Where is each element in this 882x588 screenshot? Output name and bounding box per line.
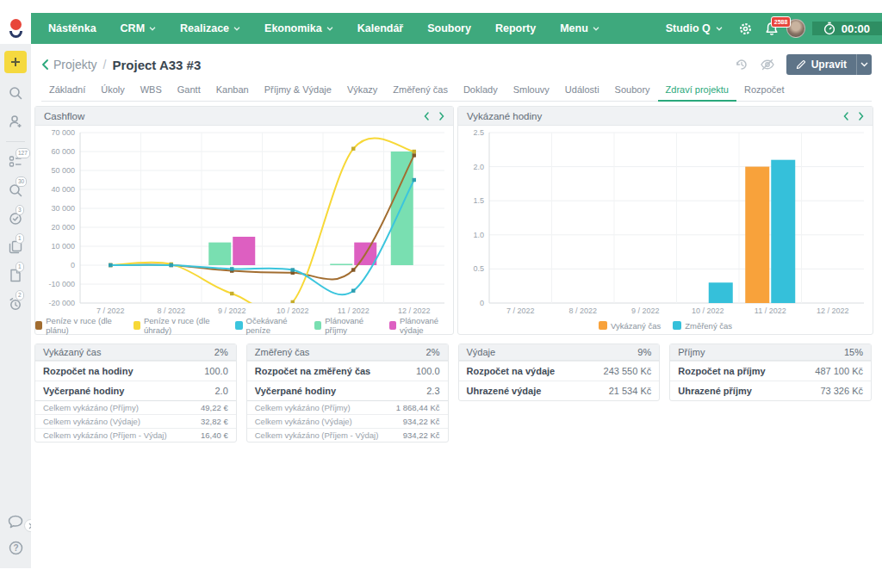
- summary-card-vykazany-cas: Vykázaný čas2%Rozpočet na hodiny100.0Vyč…: [34, 344, 237, 443]
- legend-label: Změřený čas: [685, 321, 732, 331]
- reminders-button[interactable]: 2: [7, 295, 24, 313]
- tab-rozpocet[interactable]: Rozpočet: [736, 80, 792, 102]
- legend-swatch: [314, 321, 321, 330]
- bar-planovane-prijmy-2: [208, 243, 231, 265]
- edit-button[interactable]: Upravit: [786, 54, 856, 75]
- tasks-button[interactable]: 127: [7, 153, 24, 170]
- history-button[interactable]: [731, 55, 752, 74]
- nav-item-menu[interactable]: Menu: [548, 13, 612, 44]
- cashflow-chart-svg: -20 000-10 000010 00020 00030 00040 0005…: [35, 126, 453, 317]
- search-button[interactable]: [7, 84, 24, 102]
- left-sidebar: 127 30 3 1 1 2 ?: [0, 44, 31, 568]
- summary-row-celkem-vykazano-vydaje: Celkem vykázáno (Výdaje)32,82 €: [35, 414, 236, 428]
- chevron-down-icon: [149, 27, 156, 31]
- summary-card-prijmy: Příjmy15%Rozpočet na příjmy487 100 KčUhr…: [669, 344, 872, 401]
- nav-item-ekonomika[interactable]: Ekonomika: [252, 13, 345, 44]
- summary-row-value: 32,82 €: [201, 417, 228, 426]
- legend-item-penize-v-ruce-dle-uhrady: Peníze v ruce (dle úhrady): [134, 316, 224, 335]
- legend-swatch: [389, 321, 396, 330]
- nav-item-crm[interactable]: CRM: [109, 13, 168, 44]
- breadcrumb-projects-link[interactable]: Projekty: [53, 58, 97, 71]
- svg-text:9 / 2022: 9 / 2022: [218, 306, 246, 315]
- svg-text:2.0: 2.0: [473, 163, 484, 171]
- logo-smile-shape: [9, 31, 22, 38]
- summary-card-percent: 9%: [637, 347, 651, 357]
- help-button[interactable]: ?: [7, 539, 24, 556]
- svg-text:30 000: 30 000: [51, 204, 75, 213]
- tab-gantt[interactable]: Gantt: [170, 80, 208, 102]
- svg-text:-10 000: -10 000: [48, 280, 75, 288]
- edit-more-button[interactable]: [856, 54, 872, 75]
- summary-row-celkem-vykazano-prijmy: Celkem vykázáno (Příjmy)49,22 €: [35, 400, 236, 414]
- svg-text:0: 0: [71, 261, 75, 269]
- bar-planovane-vydaje-2: [233, 237, 255, 265]
- nav-item-label: CRM: [121, 22, 145, 34]
- tab-udalosti[interactable]: Události: [557, 80, 607, 102]
- nav-item-kalendar[interactable]: Kalendář: [345, 13, 416, 44]
- legend-swatch: [599, 321, 607, 330]
- summary-row-label: Celkem vykázáno (Příjmy): [255, 403, 351, 412]
- tab-prijmy-vydaje[interactable]: Příjmy & Výdaje: [257, 80, 339, 102]
- svg-text:7 / 2022: 7 / 2022: [96, 306, 125, 315]
- workspace-switcher[interactable]: Studio Q: [655, 22, 733, 34]
- tab-zmereny-cas[interactable]: Změřený čas: [385, 80, 456, 102]
- tab-zdravi-projektu[interactable]: Zdraví projektu: [658, 80, 736, 102]
- tab-wbs[interactable]: WBS: [133, 80, 170, 102]
- nav-item-realizace[interactable]: Realizace: [168, 13, 252, 44]
- nav-item-reporty[interactable]: Reporty: [483, 13, 548, 44]
- watched-items-button[interactable]: 30: [7, 182, 24, 199]
- summary-row-value: 487 100 Kč: [815, 366, 863, 376]
- tab-ukoly[interactable]: Úkoly: [93, 80, 133, 102]
- summary-row-value: 243 550 Kč: [604, 366, 652, 376]
- summary-row-value: 2.3: [426, 386, 439, 396]
- summary-row-value: 934,22 Kč: [403, 417, 440, 426]
- hours-chart-svg: 00.51.01.52.02.57 / 20228 / 20229 / 2022…: [458, 126, 873, 317]
- notifications-button[interactable]: 2588: [759, 13, 785, 44]
- summary-card-percent: 2%: [214, 347, 228, 357]
- nav-item-soubory[interactable]: Soubory: [415, 13, 483, 44]
- summary-row-value: 49,22 €: [201, 403, 228, 412]
- app-logo[interactable]: [0, 13, 31, 44]
- summary-card-percent: 15%: [844, 347, 863, 357]
- add-button[interactable]: [4, 51, 27, 73]
- tab-vykazy[interactable]: Výkazy: [339, 80, 385, 102]
- svg-text:8 / 2022: 8 / 2022: [157, 306, 185, 315]
- tab-soubory[interactable]: Soubory: [607, 80, 658, 102]
- nav-item-label: Realizace: [180, 22, 229, 34]
- app-root: NástěnkaCRMRealizaceEkonomikaKalendářSou…: [0, 0, 882, 588]
- tracked-time-button[interactable]: 3: [7, 210, 24, 227]
- templates-button[interactable]: 1: [7, 238, 24, 256]
- tab-kanban[interactable]: Kanban: [208, 80, 257, 102]
- legend-label: Plánované výdaje: [400, 316, 453, 335]
- chat-button[interactable]: [7, 513, 24, 530]
- settings-button[interactable]: [733, 13, 759, 44]
- watched-count-badge: 30: [16, 176, 27, 187]
- documents-button[interactable]: 1: [7, 267, 24, 284]
- tab-smlouvy[interactable]: Smlouvy: [506, 80, 557, 102]
- tasks-count-badge: 127: [16, 148, 30, 158]
- summary-card-header: Změřený čas2%: [247, 344, 448, 361]
- add-contact-button[interactable]: [7, 113, 24, 130]
- svg-text:-20 000: -20 000: [48, 299, 75, 307]
- summary-row-value: 21 534 Kč: [609, 386, 652, 396]
- prev-period-button[interactable]: [843, 112, 848, 121]
- tab-zakladni[interactable]: Základní: [41, 80, 93, 102]
- next-period-button[interactable]: [859, 112, 864, 121]
- summary-row-vycerpane-hodiny: Vyčerpané hodiny2.0: [35, 381, 236, 400]
- hide-button[interactable]: [757, 55, 778, 74]
- summary-row-label: Uhrazené příjmy: [678, 386, 752, 396]
- back-button[interactable]: [41, 56, 53, 73]
- summary-row-label: Rozpočet na změřený čas: [255, 366, 371, 376]
- svg-text:12 / 2022: 12 / 2022: [398, 306, 431, 315]
- svg-text:20 000: 20 000: [51, 223, 75, 232]
- summary-card-percent: 2%: [426, 347, 440, 357]
- next-period-button[interactable]: [439, 112, 444, 121]
- main-content: Projekty / Project A33 #3 Upravit: [31, 44, 882, 588]
- time-tracker[interactable]: 00:00: [812, 22, 882, 35]
- nav-item-nastenka[interactable]: Nástěnka: [36, 13, 109, 44]
- gear-icon: [738, 22, 753, 36]
- prev-period-button[interactable]: [424, 112, 429, 121]
- bar-vykazany-cas-4: [745, 167, 769, 303]
- summary-card-title: Výdaje: [467, 347, 496, 357]
- tab-doklady[interactable]: Doklady: [456, 80, 506, 102]
